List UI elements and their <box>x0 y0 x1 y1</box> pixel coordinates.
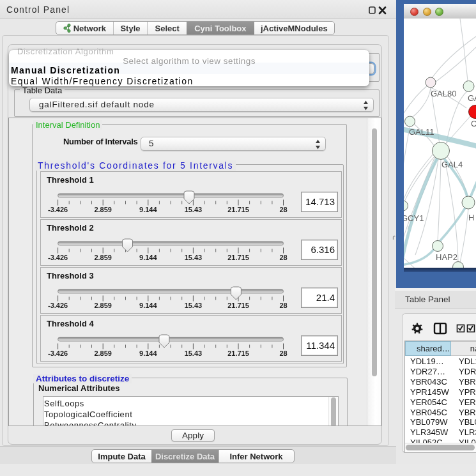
svg-text:HAP2: HAP2 <box>436 252 457 262</box>
svg-text:GCY1: GCY1 <box>404 213 424 223</box>
svg-text:C: C <box>471 119 476 128</box>
svg-text:GAL4: GAL4 <box>441 160 463 169</box>
svg-text:GAL80: GAL80 <box>431 89 456 98</box>
svg-text:GAL11: GAL11 <box>409 127 434 137</box>
svg-text:GA: GA <box>468 93 476 103</box>
svg-text:H: H <box>468 213 474 222</box>
